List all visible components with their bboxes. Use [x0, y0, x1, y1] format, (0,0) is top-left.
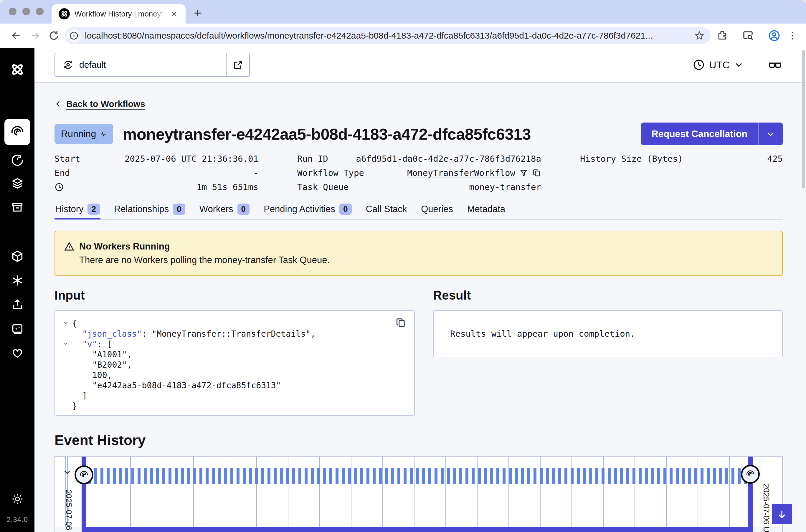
back-icon[interactable]	[8, 28, 24, 43]
toolbar-divider	[761, 30, 761, 41]
new-tab-button[interactable]: +	[194, 6, 202, 19]
tab-relationships[interactable]: Relationships 0	[113, 202, 186, 220]
namespace-external-link-button[interactable]	[226, 53, 249, 76]
collapse-chevron-icon[interactable]	[59, 319, 72, 329]
input-heading: Input	[55, 288, 415, 303]
result-placeholder: Results will appear upon completion.	[450, 329, 635, 339]
pending-activities-count-badge: 0	[339, 204, 352, 215]
temporal-sidebar: 2.34.0	[0, 48, 35, 532]
workflow-execution-span	[88, 468, 747, 484]
copy-icon[interactable]	[395, 317, 406, 328]
reload-icon[interactable]	[46, 28, 62, 43]
minimize-window-button[interactable]	[22, 8, 30, 15]
tab-workers[interactable]: Workers 0	[199, 202, 250, 220]
sidebar-item-schedules[interactable]	[9, 152, 26, 169]
browser-tab[interactable]: Workflow History | moneytran ×	[52, 4, 186, 23]
history-count-badge: 2	[88, 204, 100, 215]
request-cancellation-button[interactable]: Request Cancellation	[641, 122, 758, 145]
duration-clock-icon	[55, 182, 64, 192]
tab-close-icon[interactable]: ×	[170, 9, 178, 19]
close-window-button[interactable]	[9, 8, 17, 15]
tab-pending-activities[interactable]: Pending Activities 0	[263, 202, 352, 220]
sidebar-item-nexus[interactable]	[9, 272, 26, 289]
sidebar-item-batch-operations[interactable]	[9, 199, 26, 216]
timezone-label: UTC	[709, 59, 730, 71]
toolbar-divider	[735, 30, 735, 41]
result-box: Results will appear upon completion.	[433, 310, 783, 357]
browser-menu-icon[interactable]	[787, 30, 798, 41]
namespace-bar: default UTC	[35, 48, 806, 82]
chevron-down-icon	[734, 60, 744, 70]
gutter-spacer	[59, 391, 72, 401]
timeline-end-date-label: 2025-07-06 UTC 2	[762, 484, 771, 532]
back-to-workflows-link[interactable]: Back to Workflows	[55, 99, 145, 109]
workflow-spiral-icon	[79, 470, 89, 479]
task-queue-link[interactable]: money-transfer	[469, 182, 541, 192]
temporal-logo-icon[interactable]	[9, 61, 26, 78]
latest-event-node[interactable]	[741, 465, 760, 484]
filter-icon[interactable]	[519, 169, 528, 177]
window-controls[interactable]	[9, 8, 44, 15]
profile-avatar-icon[interactable]	[768, 29, 781, 42]
theme-toggle-icon[interactable]	[9, 491, 26, 507]
arrow-down-icon	[776, 509, 787, 520]
collapse-chevron-icon[interactable]	[59, 339, 72, 349]
result-heading: Result	[433, 288, 783, 303]
input-json-viewer: {"json_class": "MoneyTransfer::TransferD…	[55, 310, 415, 416]
meta-duration-row: 1m 51s 651ms	[55, 180, 258, 194]
tab-call-stack[interactable]: Call Stack	[365, 202, 408, 220]
url-text[interactable]: localhost:8080/namespaces/default/workfl…	[85, 31, 690, 41]
code-line: 100,	[59, 370, 408, 380]
input-panel: Input {"json_class": "MoneyTransfer::Tra…	[55, 288, 415, 416]
namespace-name: default	[79, 60, 106, 70]
tab-metadata[interactable]: Metadata	[467, 202, 506, 220]
tab-title: Workflow History | moneytran	[75, 10, 165, 19]
sidebar-item-namespaces[interactable]	[9, 248, 26, 265]
collapse-timeline-chevron-icon[interactable]	[63, 468, 72, 477]
sidebar-item-deployments[interactable]	[9, 175, 26, 192]
workflow-id-title: moneytransfer-e4242aa5-b08d-4183-a472-df…	[122, 125, 631, 143]
chevron-left-icon	[55, 100, 62, 108]
timezone-selector[interactable]: UTC	[693, 59, 744, 71]
chevron-down-icon	[766, 129, 776, 139]
scroll-to-bottom-button[interactable]	[772, 504, 792, 524]
workflow-started-node[interactable]	[75, 466, 93, 484]
gutter-spacer	[59, 380, 72, 391]
ui-version: 2.34.0	[6, 515, 28, 524]
tab-queries[interactable]: Queries	[420, 202, 454, 220]
warning-title: No Workers Running	[79, 241, 170, 252]
sidebar-item-import[interactable]	[9, 296, 26, 313]
code-line: "A1001",	[59, 349, 408, 360]
workflow-spiral-icon	[746, 470, 755, 479]
forward-icon[interactable]	[27, 28, 43, 43]
meta-start-row: Start 2025-07-06 UTC 21:36:36.01	[55, 152, 258, 166]
event-history-timeline[interactable]: 2025-07-06 UTC 2 2025-07-06 UTC 2 5s11s1…	[55, 456, 783, 532]
request-cancellation-split-button: Request Cancellation	[641, 122, 783, 145]
sidebar-item-feedback[interactable]	[9, 345, 26, 361]
copy-icon[interactable]	[532, 169, 541, 177]
meta-end-row: End -	[55, 166, 258, 180]
namespace-selector[interactable]: default	[55, 53, 250, 77]
sidebar-item-workflows[interactable]	[4, 119, 30, 145]
tab-history[interactable]: History 2	[55, 202, 100, 220]
page-scrollbar-thumb[interactable]	[802, 50, 805, 189]
gutter-spacer	[59, 360, 72, 370]
zoom-window-button[interactable]	[36, 8, 44, 15]
timeline-axis-bar	[82, 527, 753, 532]
sidebar-item-docs[interactable]	[9, 321, 26, 337]
warning-triangle-icon	[64, 241, 75, 252]
result-panel: Result Results will appear upon completi…	[433, 288, 783, 357]
address-bar[interactable]: localhost:8080/namespaces/default/workfl…	[65, 27, 711, 44]
extensions-icon[interactable]	[716, 30, 728, 41]
site-info-icon[interactable]	[67, 29, 81, 42]
heartbeat-icon	[100, 131, 107, 137]
more-actions-button[interactable]	[758, 122, 783, 145]
workflow-type-link[interactable]: MoneyTransferWorkflow	[407, 168, 515, 178]
code-line: {	[59, 319, 408, 329]
code-line: "B2002",	[59, 360, 408, 370]
workflow-header: Running moneytransfer-e4242aa5-b08d-4183…	[55, 122, 783, 145]
bookmark-star-icon[interactable]	[694, 30, 705, 41]
search-tabs-icon[interactable]	[742, 30, 754, 42]
labs-glasses-icon[interactable]	[767, 57, 783, 73]
browser-actions	[713, 29, 798, 42]
